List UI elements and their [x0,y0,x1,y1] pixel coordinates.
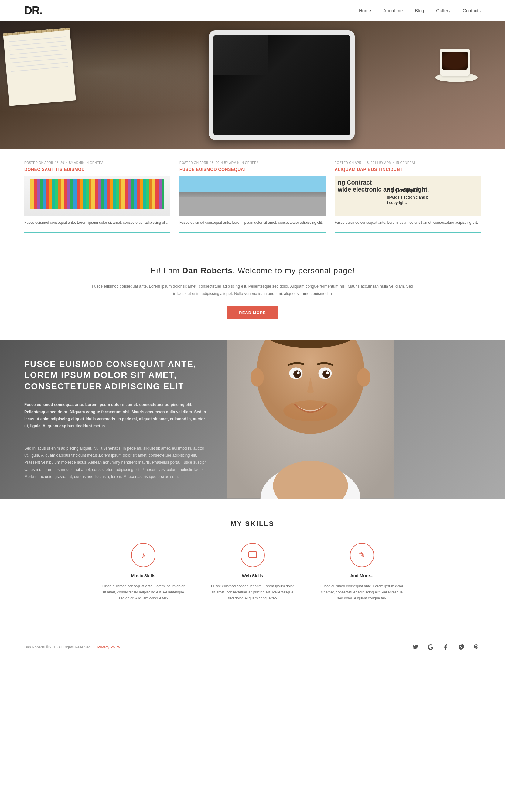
more-skill-name: and more... [350,573,373,578]
post-meta-3: Posted on April 18, 2014 by Admin in Gen… [335,161,481,164]
music-icon: ♪ [141,550,146,560]
post-title-1[interactable]: Donec sagittis euismod [24,167,170,172]
hero-tablet [209,30,355,140]
coffee-handle [469,55,470,66]
about-title: FUSCE EUISMOD CONSEQUAT ANTE,LOREM IPSUM… [24,359,209,392]
footer: Dan Roberts © 2015 All Rights Reserved |… [0,635,505,659]
svg-point-9 [323,370,330,378]
svg-point-8 [293,370,301,378]
svg-point-11 [326,372,329,374]
music-skill-name: Music Skills [131,573,155,578]
skill-item-music: ♪ Music Skills Fusce euismod consequat a… [101,543,186,602]
post-excerpt-1: Fusce euismod consequat ante. Lorem ipsu… [24,220,170,226]
web-skill-name: Web Skills [242,573,263,578]
about-body: Sed in lacus ut enim adipiscing aliquet.… [24,445,209,480]
notebook-lines [4,34,73,79]
skype-icon[interactable] [457,643,466,652]
welcome-section: Hi! I am Dan Roberts. Welcome to my pers… [0,245,505,341]
nav-gallery[interactable]: Gallery [436,8,451,13]
more-skill-desc: Fusce euismod consequat ante. Lorem ipsu… [319,583,404,602]
logo: DR. [24,4,42,17]
web-icon [241,544,264,567]
contract-text-2: ld-wide electronic and p [387,195,429,200]
main-nav: Home About me Blog Gallery Contacts [359,8,481,13]
svg-point-13 [250,368,264,387]
skill-item-web: Web Skills Fusce euismod consequat ante.… [210,543,295,602]
hero-coffee [432,33,481,82]
blog-posts-section: Posted on April 18, 2014 by Admin in Gen… [0,149,505,245]
blog-post-1: Posted on April 18, 2014 by Admin in Gen… [24,161,170,233]
contract-text-1: ng Contract [387,186,429,195]
contract-text-3: f copyright. [387,200,429,206]
person-illustration [227,341,394,498]
skill-item-more: ✎ and more... Fusce euismod consequat an… [319,543,404,602]
welcome-title-post: . Welcome to my personal page! [232,266,355,275]
hero-notebook [3,28,76,106]
skills-grid: ♪ Music Skills Fusce euismod consequat a… [24,543,481,602]
about-section: FUSCE EUISMOD CONSEQUAT ANTE,LOREM IPSUM… [0,341,505,498]
header: DR. Home About me Blog Gallery Contacts [0,0,505,21]
post-title-3[interactable]: Aliquam dapibus tincidunt [335,167,481,172]
post-image-3: ng Contract ld-wide electronic and p f c… [335,176,481,216]
post-image-1 [24,176,170,216]
post-excerpt-2: Fusce euismod consequat ante. Lorem ipsu… [179,220,326,226]
privacy-policy-link[interactable]: Privacy Policy [98,645,120,649]
facebook-icon[interactable] [441,643,450,652]
notebook-line [11,66,68,72]
footer-copyright: Dan Roberts © 2015 All Rights Reserved |… [24,645,120,649]
coffee-liquid [442,52,468,70]
blog-post-2: Posted on April 18, 2014 by Admin in Gen… [179,161,326,233]
about-lead: Fusce euismod consequat ante. Lorem ipsu… [24,401,209,430]
welcome-name: Dan Roberts [182,266,232,275]
about-divider [24,437,42,438]
svg-point-10 [297,372,300,374]
music-skill-icon: ♪ [131,543,156,567]
welcome-text: Fusce euismod consequat ante. Lorem ipsu… [91,283,414,297]
nav-home[interactable]: Home [359,8,371,13]
welcome-title: Hi! I am Dan Roberts. Welcome to my pers… [91,266,414,275]
post-title-2[interactable]: Fusce euismod consequat [179,167,326,172]
pencil-icon: ✎ [359,550,365,560]
skills-section-title: My Skills [24,520,481,528]
more-skill-icon: ✎ [350,543,374,567]
svg-rect-15 [249,552,257,557]
svg-point-12 [284,400,338,421]
twitter-icon[interactable] [411,643,420,652]
pinterest-icon[interactable] [472,643,481,652]
about-content: FUSCE EUISMOD CONSEQUAT ANTE,LOREM IPSUM… [0,341,227,498]
web-skill-desc: Fusce euismod consequat ante. Lorem ipsu… [210,583,295,602]
svg-point-14 [357,368,370,387]
coffee-cup [440,49,470,76]
post-image-2 [179,176,326,216]
hero-section [0,21,505,149]
music-skill-desc: Fusce euismod consequat ante. Lorem ipsu… [101,583,186,602]
nav-blog[interactable]: Blog [415,8,424,13]
tablet-screen [213,35,350,135]
post-meta-1: Posted on April 18, 2014 by Admin in Gen… [24,161,170,164]
copyright-text: Dan Roberts © 2015 All Rights Reserved [24,645,91,649]
skills-section: My Skills ♪ Music Skills Fusce euismod c… [0,498,505,635]
nav-contacts[interactable]: Contacts [463,8,481,13]
footer-social: + [411,643,481,652]
blog-post-3: Posted on April 18, 2014 by Admin in Gen… [335,161,481,233]
svg-text:+: + [432,646,433,648]
read-more-button[interactable]: Read more [227,306,278,319]
post-meta-2: Posted on April 18, 2014 by Admin in Gen… [179,161,326,164]
web-skill-icon [240,543,265,567]
nav-about[interactable]: About me [383,8,403,13]
about-face-area [227,341,505,498]
google-plus-icon[interactable]: + [426,643,435,652]
post-excerpt-3: Fusce euismod consequat ante. Lorem ipsu… [335,220,481,226]
welcome-title-pre: Hi! I am [150,266,182,275]
